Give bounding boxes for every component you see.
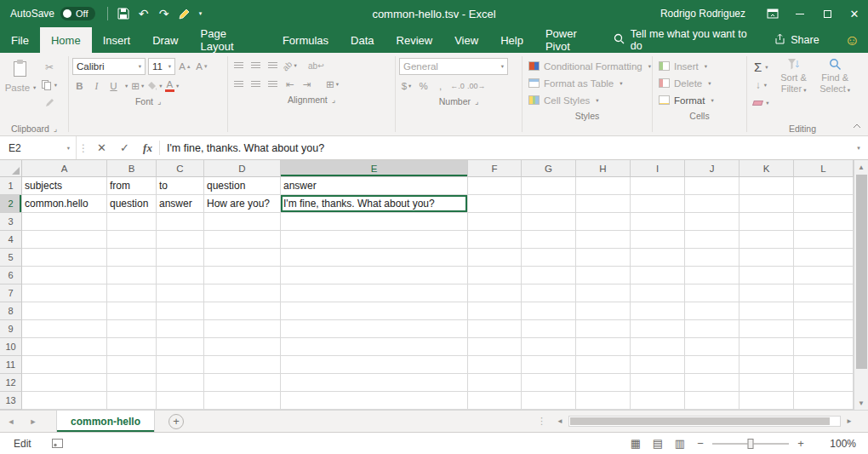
cell-C7[interactable] bbox=[157, 284, 204, 302]
cut-icon[interactable]: ✂ bbox=[40, 59, 59, 75]
cell-B1[interactable]: from bbox=[107, 177, 157, 195]
cell-J3[interactable] bbox=[685, 213, 740, 231]
cell-E12[interactable] bbox=[281, 374, 468, 392]
cell-A11[interactable] bbox=[22, 356, 107, 374]
insert-function-button[interactable]: fx bbox=[136, 136, 159, 159]
cell-D9[interactable] bbox=[204, 320, 281, 338]
cell-G11[interactable] bbox=[522, 356, 576, 374]
font-family-select[interactable]: Calibri▾ bbox=[72, 58, 146, 75]
cell-H8[interactable] bbox=[576, 302, 631, 320]
cell-C2[interactable]: answer bbox=[157, 195, 204, 213]
column-header-H[interactable]: H bbox=[576, 160, 631, 177]
align-center-icon[interactable] bbox=[248, 77, 263, 92]
row-header-7[interactable]: 7 bbox=[0, 284, 22, 302]
copy-icon[interactable]: ▾ bbox=[40, 77, 59, 93]
cell-D12[interactable] bbox=[204, 374, 281, 392]
cell-D11[interactable] bbox=[204, 356, 281, 374]
collapse-ribbon-icon[interactable] bbox=[853, 119, 861, 131]
insert-cells-button[interactable]: Insert▾ bbox=[656, 58, 743, 74]
normal-view-icon[interactable]: ▦ bbox=[625, 434, 647, 453]
cell-I2[interactable] bbox=[631, 195, 685, 213]
cell-B2[interactable]: question bbox=[107, 195, 157, 213]
cell-L6[interactable] bbox=[794, 267, 854, 284]
zoom-slider[interactable] bbox=[712, 443, 789, 445]
tab-home[interactable]: Home bbox=[40, 27, 92, 53]
column-header-A[interactable]: A bbox=[22, 160, 107, 177]
close-button[interactable]: ✕ bbox=[841, 0, 868, 27]
cell-H6[interactable] bbox=[576, 267, 631, 284]
cell-G9[interactable] bbox=[522, 320, 576, 338]
share-button[interactable]: Share bbox=[774, 33, 819, 47]
save-icon[interactable] bbox=[113, 3, 134, 24]
cell-E9[interactable] bbox=[281, 320, 468, 338]
row-header-12[interactable]: 12 bbox=[0, 374, 22, 392]
cell-L12[interactable] bbox=[794, 374, 854, 392]
cell-G7[interactable] bbox=[522, 284, 576, 302]
cell-I10[interactable] bbox=[631, 338, 685, 356]
cell-C11[interactable] bbox=[157, 356, 204, 374]
user-account[interactable]: Rodrigo Rodriguez bbox=[660, 8, 745, 20]
cell-B10[interactable] bbox=[107, 338, 157, 356]
cell-I13[interactable] bbox=[631, 392, 685, 410]
cell-F7[interactable] bbox=[468, 284, 522, 302]
comma-format-icon[interactable]: , bbox=[433, 78, 448, 94]
column-header-L[interactable]: L bbox=[794, 160, 854, 177]
cell-J7[interactable] bbox=[685, 284, 740, 302]
column-header-D[interactable]: D bbox=[204, 160, 281, 177]
cell-H2[interactable] bbox=[576, 195, 631, 213]
scroll-down-icon[interactable]: ▼ bbox=[854, 396, 868, 410]
cell-K11[interactable] bbox=[740, 356, 794, 374]
number-dialog-launcher[interactable]: ⌟ bbox=[475, 97, 478, 106]
cell-B4[interactable] bbox=[107, 231, 157, 249]
merge-center-icon[interactable]: ⊞▾ bbox=[325, 77, 340, 92]
cell-F2[interactable] bbox=[468, 195, 522, 213]
cell-C3[interactable] bbox=[157, 213, 204, 231]
cell-A8[interactable] bbox=[22, 302, 107, 320]
tab-draw[interactable]: Draw bbox=[141, 27, 189, 53]
cell-J2[interactable] bbox=[685, 195, 740, 213]
cell-B11[interactable] bbox=[107, 356, 157, 374]
cell-I11[interactable] bbox=[631, 356, 685, 374]
column-header-E[interactable]: E bbox=[281, 160, 468, 177]
cell-D7[interactable] bbox=[204, 284, 281, 302]
column-header-B[interactable]: B bbox=[107, 160, 157, 177]
cell-B6[interactable] bbox=[107, 267, 157, 284]
row-header-11[interactable]: 11 bbox=[0, 356, 22, 374]
zoom-out-button[interactable]: − bbox=[691, 437, 710, 450]
cell-H7[interactable] bbox=[576, 284, 631, 302]
cell-G10[interactable] bbox=[522, 338, 576, 356]
new-sheet-button[interactable]: + bbox=[168, 414, 184, 429]
cell-C12[interactable] bbox=[157, 374, 204, 392]
cell-H13[interactable] bbox=[576, 392, 631, 410]
cell-E3[interactable] bbox=[281, 213, 468, 231]
cell-G2[interactable] bbox=[522, 195, 576, 213]
cell-G5[interactable] bbox=[522, 249, 576, 267]
cell-G13[interactable] bbox=[522, 392, 576, 410]
cell-G3[interactable] bbox=[522, 213, 576, 231]
cell-F4[interactable] bbox=[468, 231, 522, 249]
cell-L4[interactable] bbox=[794, 231, 854, 249]
page-break-view-icon[interactable]: ▥ bbox=[669, 434, 691, 453]
font-color-button[interactable]: A▾ bbox=[165, 78, 180, 94]
scroll-right-icon[interactable]: ► bbox=[842, 417, 856, 425]
cell-G8[interactable] bbox=[522, 302, 576, 320]
clipboard-dialog-launcher[interactable]: ⌟ bbox=[54, 124, 57, 133]
redo-icon[interactable]: ↷ bbox=[154, 3, 174, 24]
increase-decimal-icon[interactable]: ←.0 bbox=[450, 78, 465, 94]
cell-B13[interactable] bbox=[107, 392, 157, 410]
horizontal-scroll-thumb[interactable] bbox=[570, 417, 830, 425]
cell-C4[interactable] bbox=[157, 231, 204, 249]
underline-button[interactable]: U bbox=[106, 78, 121, 94]
cell-J4[interactable] bbox=[685, 231, 740, 249]
cell-I7[interactable] bbox=[631, 284, 685, 302]
macro-record-icon[interactable] bbox=[52, 439, 63, 448]
number-format-select[interactable]: General▾ bbox=[399, 58, 508, 75]
cancel-entry-button[interactable]: ✕ bbox=[90, 136, 113, 159]
decrease-indent-icon[interactable]: ⇤ bbox=[283, 77, 297, 92]
cell-J5[interactable] bbox=[685, 249, 740, 267]
cell-E1[interactable]: answer bbox=[281, 177, 468, 195]
orientation-icon[interactable]: ab▾ bbox=[283, 58, 297, 73]
conditional-formatting-button[interactable]: Conditional Formatting▾ bbox=[526, 58, 648, 74]
font-dialog-launcher[interactable]: ⌟ bbox=[157, 97, 161, 106]
cell-D3[interactable] bbox=[204, 213, 281, 231]
